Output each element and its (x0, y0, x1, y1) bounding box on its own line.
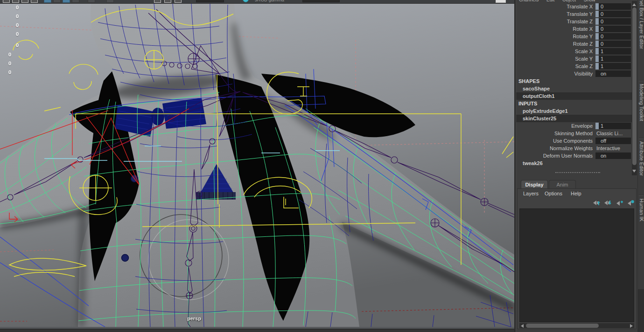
node-polyExtrudeEdge1[interactable]: polyExtrudeEdge1 (516, 107, 632, 115)
attr-value-field[interactable]: off (595, 138, 631, 144)
channel-box-menubar[interactable]: Channels Edit Object Show (519, 0, 636, 2)
channel-value: on (601, 70, 606, 77)
menu-edit[interactable]: Edit (546, 0, 554, 2)
history-icon[interactable] (106, 0, 114, 3)
status-line-toolbar: sRGB gamma (0, 0, 514, 4)
node-skinCluster25[interactable]: skinCluster25 (516, 115, 632, 122)
node-outputCloth1[interactable]: outputCloth1 (516, 92, 632, 100)
move-layer-down-icon[interactable] (603, 199, 612, 207)
field-slider-notch[interactable] (595, 48, 599, 55)
menu-object[interactable]: Object (562, 0, 576, 2)
shapes-section-header: SHAPES (516, 77, 632, 85)
layout-button-icon[interactable] (21, 0, 28, 3)
attr-value[interactable]: Classic Li... (596, 130, 623, 137)
hud-value: 0 (8, 61, 11, 66)
node-sacoShape[interactable]: sacoShape (516, 85, 632, 92)
snap-to-grid-icon[interactable] (44, 0, 51, 3)
snap-to-point-icon[interactable] (63, 0, 70, 3)
ipr-render-icon[interactable] (164, 0, 171, 3)
channel-value: 1 (601, 55, 603, 62)
layer-list[interactable] (519, 208, 634, 322)
snap-to-plane-icon[interactable] (72, 0, 79, 3)
attr-row: Skinning Method Classic Li... (516, 130, 632, 137)
tab-modeling-toolkit[interactable]: Modeling Toolkit (638, 84, 644, 121)
quick-selection-field[interactable] (196, 0, 224, 2)
render-settings-icon[interactable] (175, 0, 182, 3)
render-icon[interactable] (154, 0, 161, 3)
attr-value[interactable]: Interactive (596, 145, 620, 152)
layout-button-icon[interactable] (31, 0, 38, 3)
menu-layers[interactable]: Layers (523, 190, 539, 197)
scroll-up-icon[interactable] (632, 3, 636, 6)
scrollbar-thumb[interactable] (632, 7, 637, 165)
menu-options[interactable]: Options (545, 190, 562, 197)
field-slider-notch[interactable] (595, 3, 599, 10)
gamma-value-field[interactable] (302, 0, 340, 2)
channel-row: Translate Y 0 (516, 10, 632, 18)
channel-label: Translate Z (516, 18, 593, 25)
scroll-down-icon[interactable] (632, 170, 636, 173)
field-slider-notch[interactable] (595, 63, 599, 69)
channel-value-field[interactable]: 1 (595, 55, 631, 62)
perspective-viewport[interactable]: 0 0 0 0 0 0 0 0 persp (0, 4, 514, 327)
channel-value-field[interactable]: 1 (595, 48, 631, 55)
menu-help[interactable]: Help (571, 190, 581, 197)
field-slider-notch[interactable] (595, 41, 599, 47)
hud-value: 0 (16, 5, 19, 10)
channel-label: Rotate Y (516, 33, 593, 40)
attr-row: Normalize Weights Interactive (516, 145, 632, 152)
tab-human-ik[interactable]: Human IK (638, 199, 644, 221)
snap-to-curve-icon[interactable] (53, 0, 61, 3)
channel-value-field[interactable]: 0 (595, 18, 631, 25)
channel-value-field[interactable]: 0 (595, 41, 631, 47)
channel-row: Visibility on (516, 70, 632, 77)
channel-row: Translate X 0 (516, 3, 632, 10)
attr-value-field[interactable]: 1 (595, 123, 631, 129)
create-layer-from-selected-icon[interactable] (626, 199, 635, 207)
create-empty-layer-icon[interactable] (615, 199, 623, 207)
menu-show[interactable]: Show (584, 0, 595, 2)
tab-attribute-editor[interactable]: Attribute Editor (638, 141, 644, 176)
scrollbar-thumb[interactable] (526, 324, 599, 328)
gamma-label: sRGB gamma (255, 0, 284, 2)
channel-value-field[interactable]: on (595, 70, 631, 77)
channel-value-field[interactable]: 0 (595, 26, 631, 32)
field-slider-notch[interactable] (595, 123, 599, 129)
channel-value: 0 (601, 40, 603, 48)
layer-list-scrollbar[interactable] (519, 323, 634, 328)
make-live-icon[interactable] (88, 0, 95, 3)
channel-value: 0 (601, 3, 603, 10)
panel-splitter-dots[interactable] (555, 172, 600, 173)
channel-value-field[interactable]: 0 (595, 33, 631, 40)
hud-value: 0 (16, 14, 19, 19)
panel-menu-icon[interactable] (496, 0, 506, 3)
field-slider-notch[interactable] (595, 11, 599, 17)
field-slider-notch[interactable] (595, 26, 599, 32)
channel-label: Scale Z (516, 62, 593, 70)
move-layer-up-icon[interactable] (592, 199, 601, 207)
tab-anim[interactable]: Anim (549, 180, 576, 188)
scroll-left-icon[interactable] (521, 324, 524, 328)
channel-box-scrollbar[interactable] (632, 1, 637, 175)
field-slider-notch[interactable] (595, 18, 599, 25)
scene-canvas (0, 4, 514, 327)
menu-channels[interactable]: Channels (519, 0, 539, 2)
channel-row: Rotate Y 0 (516, 33, 632, 40)
channel-label: Translate Y (516, 10, 593, 18)
field-slider-notch[interactable] (595, 55, 599, 62)
attr-value-field[interactable]: on (595, 152, 631, 159)
channel-value: 0 (601, 18, 603, 25)
tab-display[interactable]: Display (521, 180, 548, 188)
hud-value: 0 (16, 31, 19, 37)
channel-value-field[interactable]: 0 (595, 3, 631, 10)
scroll-right-icon[interactable] (630, 324, 633, 328)
channel-value-field[interactable]: 1 (595, 63, 631, 69)
layout-button-icon[interactable] (3, 0, 10, 3)
layout-button-icon[interactable] (12, 0, 19, 3)
node-tweak26[interactable]: tweak26 (516, 159, 632, 167)
channel-value-field[interactable]: 0 (595, 11, 631, 17)
tab-channel-box-layer-editor[interactable]: Channel Box / Layer Editor (638, 0, 644, 49)
exposure-gamma-icon[interactable] (243, 0, 249, 2)
attr-label: Normalize Weights (516, 145, 593, 152)
field-slider-notch[interactable] (595, 33, 599, 40)
